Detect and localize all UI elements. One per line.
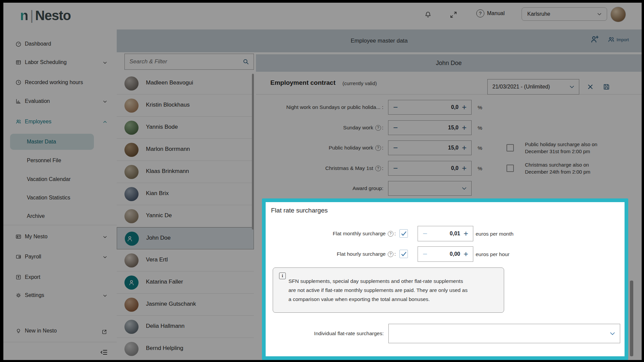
info-icon: i (279, 273, 286, 279)
stepper-value[interactable]: 0,00 (427, 251, 464, 257)
field-label: Flat monthly surcharge?: (266, 224, 396, 243)
unit-label: euros per hour (476, 251, 509, 257)
stepper-minus-button[interactable]: − (418, 230, 427, 237)
individual-surcharges-select[interactable] (388, 324, 620, 343)
stepper-plus-button[interactable]: + (464, 230, 473, 237)
unit-label: euros per month (476, 231, 514, 237)
field-label: Flat hourly surcharge?: (266, 245, 396, 263)
help-icon[interactable]: ? (388, 251, 393, 257)
flat-monthly-surcharge-row: Flat monthly surcharge?: − 0,01 + euros … (266, 224, 625, 243)
chevron-down-icon (609, 330, 616, 337)
info-box: i SFN supplements, special day supplemen… (273, 267, 504, 313)
panel-title: Flat rate surcharges (271, 207, 328, 214)
stepper-minus-button[interactable]: − (418, 251, 427, 257)
check-icon (400, 251, 407, 257)
flat-hourly-surcharge-row: Flat hourly surcharge?: − 0,00 + euros p… (266, 245, 625, 263)
stepper-value[interactable]: 0,01 (427, 231, 464, 237)
flat-hourly-stepper: − 0,00 + (418, 246, 473, 262)
individual-surcharges-row: Individual flat-rate surcharges: (266, 324, 625, 343)
flat-hourly-checkbox-checked[interactable] (399, 250, 408, 258)
info-text: SFN supplements, special day supplements… (288, 277, 468, 304)
flat-monthly-checkbox-checked[interactable] (399, 229, 408, 238)
check-icon (400, 230, 407, 237)
stepper-plus-button[interactable]: + (464, 251, 473, 257)
field-label: Individual flat-rate surcharges: (266, 324, 384, 343)
flat-monthly-stepper: − 0,01 + (418, 226, 473, 241)
flat-rate-surcharges-panel: Flat rate surcharges Flat monthly surcha… (262, 198, 628, 360)
help-icon[interactable]: ? (388, 231, 393, 237)
